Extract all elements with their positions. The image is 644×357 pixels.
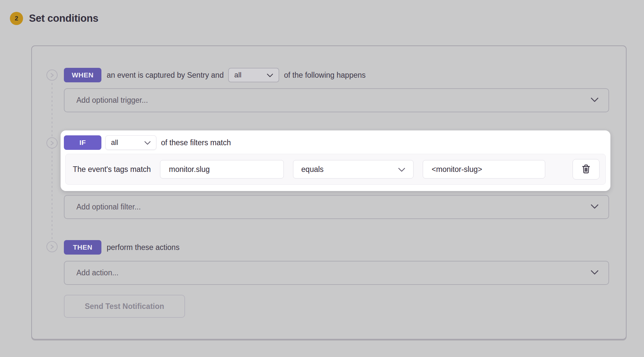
add-filter-placeholder: Add optional filter... <box>76 203 141 211</box>
chevron-down-icon <box>591 204 599 210</box>
trash-icon <box>581 164 591 175</box>
add-filter-dropdown[interactable]: Add optional filter... <box>64 195 609 219</box>
add-action-placeholder: Add action... <box>76 268 119 277</box>
when-badge: WHEN <box>64 68 101 82</box>
chevron-right-circle-icon[interactable] <box>46 69 58 81</box>
filter-match-select-value: equals <box>301 165 324 174</box>
filter-key-input[interactable] <box>160 160 284 178</box>
step-heading: 2 Set conditions <box>10 12 98 25</box>
filter-match-select[interactable]: equals <box>293 160 414 178</box>
rail-dashed-line <box>52 83 52 242</box>
chevron-down-icon <box>267 71 273 79</box>
filter-label: The event's tags match <box>73 165 151 174</box>
then-text: perform these actions <box>107 243 179 252</box>
if-section-highlight: IF all of these filters match The event'… <box>61 130 610 191</box>
if-row: IF all of these filters match <box>64 135 606 150</box>
then-badge: THEN <box>64 240 101 255</box>
chevron-down-icon <box>398 165 405 174</box>
if-badge: IF <box>64 135 101 150</box>
chevron-right-circle-icon[interactable] <box>46 241 58 252</box>
filter-value-input[interactable] <box>423 160 545 178</box>
page-title: Set conditions <box>29 13 98 24</box>
when-text-before: an event is captured by Sentry and <box>107 71 224 80</box>
then-row: THEN perform these actions <box>64 240 179 255</box>
when-match-select[interactable]: all <box>228 68 279 82</box>
conditions-panel: WHEN an event is captured by Sentry and … <box>31 45 627 340</box>
if-match-select[interactable]: all <box>105 135 156 150</box>
chevron-down-icon <box>144 138 151 147</box>
when-match-select-value: all <box>234 71 241 79</box>
if-text-after: of these filters match <box>161 138 231 147</box>
chevron-down-icon <box>591 97 599 103</box>
when-text-after: of the following happens <box>284 71 365 80</box>
add-action-dropdown[interactable]: Add action... <box>64 261 609 285</box>
chevron-right-circle-icon[interactable] <box>46 137 58 149</box>
chevron-down-icon <box>591 270 599 276</box>
step-number-badge: 2 <box>10 12 23 25</box>
if-match-select-value: all <box>111 138 118 147</box>
send-test-notification-button[interactable]: Send Test Notification <box>64 295 185 318</box>
add-trigger-placeholder: Add optional trigger... <box>76 96 148 105</box>
filter-condition-row: The event's tags match equals <box>65 154 606 185</box>
when-row: WHEN an event is captured by Sentry and … <box>64 68 366 82</box>
delete-filter-button[interactable] <box>573 159 600 179</box>
add-trigger-dropdown[interactable]: Add optional trigger... <box>64 88 609 112</box>
